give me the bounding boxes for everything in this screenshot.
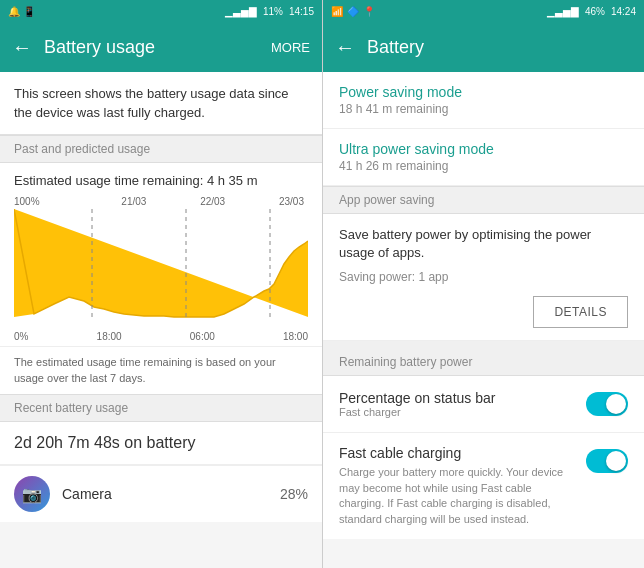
notification-icon: 🔔 bbox=[8, 6, 20, 17]
battery-percent-left: 11% bbox=[263, 6, 283, 17]
power-saving-item[interactable]: Power saving mode 18 h 41 m remaining bbox=[323, 72, 644, 129]
content-right: Power saving mode 18 h 41 m remaining Ul… bbox=[323, 72, 644, 568]
left-panel: 🔔 📱 ▁▃▅▇ 11% 14:15 ← Battery usage MORE … bbox=[0, 0, 322, 568]
percentage-toggle-row[interactable]: Percentage on status bar Fast charger bbox=[323, 376, 644, 433]
header-left: ← Battery usage MORE bbox=[0, 22, 322, 72]
usage-section: Estimated usage time remaining: 4 h 35 m… bbox=[0, 163, 322, 346]
app-power-section: Save battery power by optimising the pow… bbox=[323, 214, 644, 341]
remaining-header: Remaining battery power bbox=[323, 341, 644, 376]
date-label-3: 23/03 bbox=[279, 196, 304, 207]
location-icon: 📍 bbox=[363, 6, 375, 17]
chart-bottom-labels: 0% 18:00 06:00 18:00 bbox=[14, 331, 308, 342]
fast-cable-desc: Charge your battery more quickly. Your d… bbox=[339, 465, 578, 527]
signal-icon: ▁▃▅▇ bbox=[225, 6, 257, 17]
percentage-toggle[interactable] bbox=[586, 392, 628, 416]
camera-emoji: 📷 bbox=[22, 485, 42, 504]
recent-header: Recent battery usage bbox=[0, 394, 322, 422]
fast-cable-title: Fast cable charging bbox=[339, 445, 578, 461]
right-panel: 📶 🔷 📍 ▁▃▅▇ 46% 14:24 ← Battery Power sav… bbox=[322, 0, 644, 568]
wifi-icon: 📶 bbox=[331, 6, 343, 17]
y-max-label: 100% bbox=[14, 196, 40, 207]
y-min-label: 0% bbox=[14, 331, 28, 342]
app-row[interactable]: 📷 Camera 28% bbox=[0, 465, 322, 522]
back-button-left[interactable]: ← bbox=[12, 36, 32, 59]
battery-chart-container: 100% 21/03 22/03 23/03 bbox=[14, 196, 308, 336]
content-left: This screen shows the battery usage data… bbox=[0, 72, 322, 568]
ultra-power-title: Ultra power saving mode bbox=[339, 141, 628, 157]
ultra-power-sub: 41 h 26 m remaining bbox=[339, 159, 628, 173]
time-left: 14:15 bbox=[289, 6, 314, 17]
signal-icon-right: ▁▃▅▇ bbox=[547, 6, 579, 17]
date-label-2: 22/03 bbox=[200, 196, 225, 207]
back-button-right[interactable]: ← bbox=[335, 36, 355, 59]
past-predicted-header: Past and predicted usage bbox=[0, 135, 322, 163]
power-saving-title: Power saving mode bbox=[339, 84, 628, 100]
fast-cable-section: Fast cable charging Charge your battery … bbox=[323, 433, 644, 539]
info-text: This screen shows the battery usage data… bbox=[14, 86, 289, 120]
app-power-header: App power saving bbox=[323, 186, 644, 214]
x-label-2: 06:00 bbox=[190, 331, 215, 342]
bt-icon: 🔷 bbox=[347, 6, 359, 17]
status-icons-left: 🔔 📱 bbox=[8, 6, 35, 17]
battery-chart-svg bbox=[14, 209, 308, 319]
x-label-1: 18:00 bbox=[97, 331, 122, 342]
status-bar-right: 📶 🔷 📍 ▁▃▅▇ 46% 14:24 bbox=[323, 0, 644, 22]
date-label-1: 21/03 bbox=[121, 196, 146, 207]
chart-top-labels: 100% 21/03 22/03 23/03 bbox=[14, 196, 308, 207]
saving-text: Saving power: 1 app bbox=[339, 270, 628, 284]
app-percent: 28% bbox=[280, 486, 308, 502]
app-name: Camera bbox=[62, 486, 268, 502]
more-button[interactable]: MORE bbox=[271, 40, 310, 55]
battery-percent-right: 46% bbox=[585, 6, 605, 17]
chart-note: The estimated usage time remaining is ba… bbox=[0, 346, 322, 394]
percentage-label-group: Percentage on status bar Fast charger bbox=[339, 390, 495, 418]
page-title-left: Battery usage bbox=[44, 37, 259, 58]
fast-charger-label: Fast charger bbox=[339, 406, 495, 418]
camera-icon: 📷 bbox=[14, 476, 50, 512]
x-label-3: 18:00 bbox=[283, 331, 308, 342]
sim-icon: 📱 bbox=[23, 6, 35, 17]
chart-area bbox=[14, 209, 308, 329]
status-bar-left: 🔔 📱 ▁▃▅▇ 11% 14:15 bbox=[0, 0, 322, 22]
fast-cable-content: Fast cable charging Charge your battery … bbox=[339, 445, 578, 527]
time-right: 14:24 bbox=[611, 6, 636, 17]
svg-marker-0 bbox=[14, 209, 308, 317]
power-saving-sub: 18 h 41 m remaining bbox=[339, 102, 628, 116]
page-title-right: Battery bbox=[367, 37, 424, 58]
battery-time: 2d 20h 7m 48s on battery bbox=[0, 422, 322, 465]
percentage-label: Percentage on status bar bbox=[339, 390, 495, 406]
fast-cable-toggle[interactable] bbox=[586, 449, 628, 473]
ultra-power-item[interactable]: Ultra power saving mode 41 h 26 m remain… bbox=[323, 129, 644, 186]
app-power-text: Save battery power by optimising the pow… bbox=[339, 226, 628, 262]
estimated-text: Estimated usage time remaining: 4 h 35 m bbox=[14, 173, 308, 188]
info-box: This screen shows the battery usage data… bbox=[0, 72, 322, 135]
details-button[interactable]: DETAILS bbox=[533, 296, 628, 328]
header-right: ← Battery bbox=[323, 22, 644, 72]
